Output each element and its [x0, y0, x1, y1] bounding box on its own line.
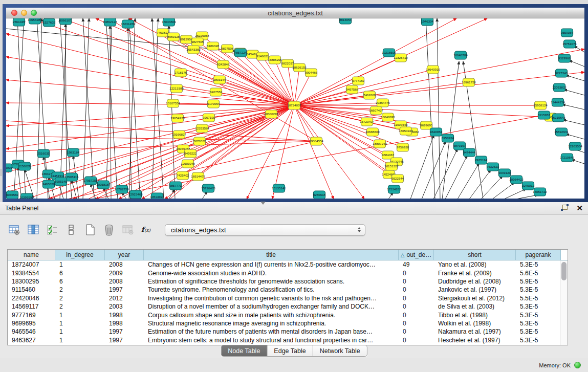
table-row[interactable]: 1872400712008Changes of HCN gene express… — [8, 260, 568, 269]
graph-node[interactable]: 8186328 — [207, 42, 220, 50]
table-cell[interactable]: 1 — [55, 336, 105, 344]
graph-node[interactable]: 10653287 — [28, 18, 42, 24]
collapsed-panel-handle[interactable] — [0, 169, 2, 176]
graph-edge[interactable] — [83, 18, 89, 199]
table-cell[interactable]: 18300295 — [8, 277, 55, 286]
table-cell[interactable]: Structural magnetic resonance image aver… — [144, 319, 399, 327]
graph-edge[interactable] — [566, 134, 584, 139]
graph-node[interactable]: 10688609 — [365, 128, 380, 136]
graph-edge[interactable] — [294, 105, 364, 199]
table-cell[interactable]: 49 — [399, 260, 434, 269]
table-cell[interactable]: 5.5E-5 — [516, 294, 561, 302]
memory-status-icon[interactable] — [574, 362, 581, 368]
table-cell[interactable]: 1998 — [105, 311, 144, 319]
graph-edge[interactable] — [169, 26, 175, 199]
graph-node[interactable]: 9640954 — [430, 128, 443, 136]
graph-node[interactable]: 12213389 — [169, 84, 184, 93]
graph-node[interactable]: 1983184 — [67, 148, 80, 157]
float-panel-icon[interactable] — [561, 204, 569, 212]
graph-node[interactable]: 15692931 — [554, 128, 569, 136]
table-cell[interactable]: 6 — [55, 269, 105, 277]
graph-node[interactable]: 16231459 — [121, 20, 135, 28]
table-cell[interactable]: 0 — [399, 319, 434, 327]
graph-edge[interactable] — [6, 103, 294, 105]
graph-node[interactable]: 7425402 — [177, 171, 189, 180]
table-cell[interactable]: 2008 — [105, 260, 144, 269]
graph-node[interactable]: 8960128 — [167, 33, 180, 41]
table-cell[interactable]: 1 — [55, 311, 105, 319]
graph-node[interactable]: 9522544 — [391, 174, 404, 183]
table-row[interactable]: 946554611997Estimation of the future num… — [8, 327, 568, 336]
table-cell[interactable]: 5.6E-5 — [516, 269, 561, 277]
graph-edge[interactable] — [445, 156, 467, 199]
graph-node[interactable]: 9049120 — [498, 169, 511, 177]
graph-node[interactable]: 9170064 — [207, 100, 220, 108]
graph-node[interactable]: 16210643 — [551, 114, 565, 122]
graph-node[interactable]: 9559364 — [561, 29, 574, 37]
new-table-icon[interactable] — [83, 223, 97, 237]
table-cell[interactable]: Tibbo et al. (1998) — [434, 311, 516, 319]
table-cell[interactable]: 2 — [55, 302, 105, 311]
graph-node[interactable]: 8958924 — [442, 134, 454, 142]
table-cell[interactable]: 9777169 — [8, 311, 55, 319]
table-cell[interactable]: Changes of HCN gene expression and I(f) … — [144, 260, 399, 269]
graph-node[interactable]: 5905145 — [55, 178, 68, 186]
graph-node[interactable]: 16648784 — [453, 51, 468, 59]
graph-node[interactable]: 14514923 — [150, 193, 164, 199]
graph-node[interactable]: 10964422 — [509, 176, 524, 184]
table-cell[interactable]: 9465546 — [8, 327, 55, 336]
graph-node[interactable]: 10958187 — [96, 181, 111, 189]
delete-table-icon[interactable] — [102, 223, 116, 237]
graph-node[interactable]: 9756928 — [397, 143, 409, 151]
graph-node[interactable]: 8066107 — [59, 18, 72, 25]
graph-edge[interactable] — [6, 141, 316, 151]
table-cell[interactable]: Embryonic stem cells: a model to study s… — [144, 336, 399, 344]
graph-node[interactable]: 17334263 — [387, 185, 401, 193]
graph-node[interactable]: 9497568 — [346, 85, 359, 94]
table-cell[interactable]: 2009 — [105, 269, 144, 277]
graph-node[interactable]: 9857771 — [169, 182, 182, 190]
close-window-icon[interactable] — [11, 10, 17, 16]
table-cell[interactable]: 0 — [399, 286, 434, 294]
table-row[interactable]: 1830029562008Estimation of significance … — [8, 277, 568, 286]
select-columns-icon[interactable] — [26, 223, 40, 237]
graph-node[interactable]: 2516035 — [37, 149, 50, 158]
graph-node[interactable]: 12325419 — [394, 54, 408, 62]
column-header-year[interactable]: year — [105, 250, 144, 260]
table-cell[interactable]: 0 — [399, 294, 434, 302]
graph-node[interactable]: 15135141 — [272, 184, 286, 192]
table-cell[interactable]: 1997 — [105, 286, 144, 294]
table-cell[interactable]: Dudbridge et al. (2008) — [434, 277, 516, 286]
table-settings-icon[interactable] — [7, 223, 21, 237]
graph-node[interactable]: 16607437 — [369, 106, 383, 115]
table-cell[interactable]: Hescheler et al. (1997) — [434, 336, 516, 344]
graph-edge[interactable] — [142, 105, 294, 199]
graph-node[interactable]: 17957255 — [83, 177, 98, 185]
graph-node[interactable]: 10048895 — [381, 113, 395, 121]
zoom-window-icon[interactable] — [31, 10, 37, 16]
table-cell[interactable]: Tourette syndrome. Phenomenology and cla… — [144, 286, 399, 294]
graph-node[interactable]: 9245012 — [522, 182, 535, 190]
table-row[interactable]: 1938455462009Genome-wide association stu… — [8, 269, 568, 277]
function-builder-icon[interactable]: f (x) — [140, 223, 154, 237]
table-cell[interactable]: 2 — [55, 286, 105, 294]
graph-edge[interactable] — [6, 105, 294, 192]
splitter-grip-icon[interactable] — [260, 202, 266, 205]
graph-node[interactable]: 9465028 — [42, 180, 55, 188]
graph-node[interactable]: 16654923 — [399, 127, 413, 135]
graph-edge[interactable] — [108, 18, 316, 141]
graph-edge[interactable] — [504, 189, 526, 199]
table-cell[interactable]: Investigating the contribution of common… — [144, 294, 399, 302]
table-row[interactable]: 1456911722003Disruption of a novel membe… — [8, 302, 568, 311]
table-cell[interactable]: 18724007 — [8, 260, 55, 269]
minimize-window-icon[interactable] — [21, 10, 27, 16]
table-cell[interactable]: 2012 — [105, 294, 144, 302]
graph-edge[interactable] — [294, 73, 311, 105]
table-vertical-scrollbar[interactable] — [560, 260, 568, 345]
graph-node[interactable]: 12093832 — [552, 83, 567, 92]
graph-node[interactable]: 15885206 — [268, 56, 282, 64]
table-cell[interactable]: 0 — [399, 336, 434, 344]
graph-edge[interactable] — [564, 90, 584, 95]
graph-edge[interactable] — [563, 120, 584, 125]
graph-node[interactable]: 2935114 — [475, 156, 487, 164]
